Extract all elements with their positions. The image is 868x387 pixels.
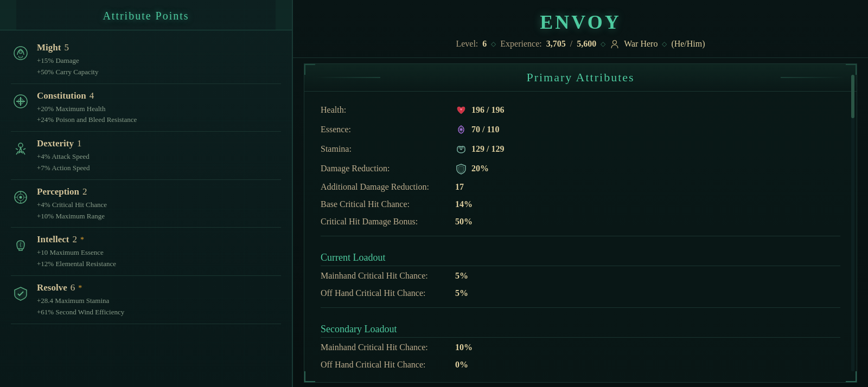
level-label: Level: [456, 39, 478, 49]
current-mainhand-row: Mainhand Critical Hit Chance: 5% [321, 268, 840, 283]
separator-1: ◇ [491, 40, 496, 48]
current-offhand-label: Off Hand Critical Hit Chance: [321, 288, 451, 298]
attribute-perception[interactable]: Perception 2 +4% Critical Hit Chance +10… [11, 180, 281, 228]
health-row: Health: 196 / 196 [321, 101, 840, 119]
attribute-constitution[interactable]: Constitution 4 +20% Maximum Health +24% … [11, 84, 281, 132]
additional-damage-reduction-label: Additional Damage Reduction: [321, 182, 451, 192]
current-mainhand-label: Mainhand Critical Hit Chance: [321, 271, 451, 281]
perception-content: Perception 2 +4% Critical Hit Chance +10… [37, 186, 281, 222]
stats-grid: Health: 196 / 196 Essence: [304, 92, 857, 382]
perception-name: Perception 2 [37, 186, 281, 197]
stamina-icon [455, 143, 467, 155]
essence-row: Essence: 70 / 110 [321, 121, 840, 138]
base-crit-label: Base Critical Hit Chance: [321, 199, 451, 209]
current-offhand-value: 5% [455, 288, 468, 298]
damage-reduction-label: Damage Reduction: [321, 164, 451, 173]
primary-attributes-box: Primary Attributes Health: 196 / 196 Ess… [304, 63, 857, 383]
perception-icon [11, 188, 30, 207]
essence-label: Essence: [321, 125, 451, 134]
health-label: Health: [321, 105, 451, 115]
svg-point-8 [20, 196, 22, 198]
resolve-name: Resolve 6 * [37, 282, 281, 293]
svg-point-9 [613, 41, 617, 44]
might-bonuses: +15% Damage +50% Carry Capacity [37, 55, 281, 78]
current-offhand-row: Off Hand Critical Hit Chance: 5% [321, 286, 840, 301]
health-icon [455, 104, 467, 116]
panel-title: Attribute Points [11, 10, 281, 22]
additional-damage-reduction-value: 17 [455, 182, 464, 192]
secondary-offhand-row: Off Hand Critical Hit Chance: 0% [321, 357, 840, 372]
current-loadout-header: Current Loadout [321, 249, 840, 266]
resolve-bonuses: +28.4 Maximum Stamina +61% Second Wind E… [37, 295, 281, 318]
separator-2: ◇ [601, 40, 605, 48]
character-header: ENVOY Level: 6 ◇ Experience: 3,705 / 5,6… [293, 0, 868, 58]
primary-attributes-title: Primary Attributes [304, 64, 857, 92]
background-value: War Hero [624, 39, 658, 49]
right-panel: ENVOY Level: 6 ◇ Experience: 3,705 / 5,6… [293, 0, 868, 387]
constitution-content: Constitution 4 +20% Maximum Health +24% … [37, 91, 281, 126]
dexterity-icon [11, 139, 30, 159]
intellect-bonuses: +10 Maximum Essence +12% Elemental Resis… [37, 247, 281, 270]
attribute-dexterity[interactable]: Dexterity 1 +4% Attack Speed +7% Action … [11, 132, 281, 180]
exp-max: 5,600 [577, 39, 596, 49]
intellect-icon [11, 235, 30, 255]
constitution-bonuses: +20% Maximum Health +24% Poison and Blee… [37, 104, 281, 126]
corner-br [846, 371, 857, 382]
svg-point-4 [20, 100, 22, 102]
stamina-row: Stamina: 129 / 129 [321, 140, 840, 158]
attributes-list: Might 5 +15% Damage +50% Carry Capacity [0, 30, 292, 330]
damage-reduction-value: 20% [471, 164, 489, 173]
svg-point-1 [19, 50, 22, 54]
base-crit-value: 14% [455, 199, 473, 209]
left-panel: Attribute Points Might 5 +15% Damage [0, 0, 293, 387]
scrollbar-track[interactable] [851, 75, 854, 371]
exp-current: 3,705 [546, 39, 566, 49]
crit-damage-value: 50% [455, 217, 473, 227]
separator-3: ◇ [662, 40, 667, 48]
secondary-mainhand-row: Mainhand Critical Hit Chance: 10% [321, 340, 840, 355]
attribute-resolve[interactable]: Resolve 6 * +28.4 Maximum Stamina +61% S… [11, 276, 281, 324]
secondary-mainhand-label: Mainhand Critical Hit Chance: [321, 343, 451, 352]
pronouns-value: (He/Him) [671, 39, 705, 49]
secondary-offhand-label: Off Hand Critical Hit Chance: [321, 360, 451, 370]
attribute-intellect[interactable]: Intellect 2 * +10 Maximum Essence +12% E… [11, 228, 281, 276]
essence-value: 70 / 110 [471, 125, 500, 134]
secondary-offhand-value: 0% [455, 360, 468, 370]
resolve-icon [11, 283, 30, 303]
divider-2 [321, 307, 840, 308]
stamina-value: 129 / 129 [471, 144, 504, 154]
might-name: Might 5 [37, 42, 281, 53]
divider-1 [321, 236, 840, 236]
secondary-mainhand-value: 10% [455, 343, 473, 352]
shield-icon [455, 163, 467, 175]
constitution-name: Constitution 4 [37, 91, 281, 101]
background-icon [610, 39, 620, 49]
dexterity-name: Dexterity 1 [37, 138, 281, 149]
intellect-name: Intellect 2 * [37, 234, 281, 245]
might-icon [11, 43, 30, 63]
resolve-content: Resolve 6 * +28.4 Maximum Stamina +61% S… [37, 282, 281, 318]
crit-damage-label: Critical Hit Damage Bonus: [321, 217, 451, 227]
crit-damage-row: Critical Hit Damage Bonus: 50% [321, 214, 840, 229]
attribute-might[interactable]: Might 5 +15% Damage +50% Carry Capacity [11, 36, 281, 84]
panel-header: Attribute Points [0, 0, 292, 30]
current-mainhand-value: 5% [455, 271, 468, 281]
secondary-loadout-header: Secondary Loadout [321, 321, 840, 338]
dexterity-content: Dexterity 1 +4% Attack Speed +7% Action … [37, 138, 281, 174]
perception-bonuses: +4% Critical Hit Chance +10% Maximum Ran… [37, 199, 281, 222]
additional-damage-reduction-row: Additional Damage Reduction: 17 [321, 179, 840, 195]
character-meta: Level: 6 ◇ Experience: 3,705 / 5,600 ◇ W… [315, 39, 846, 49]
character-name: ENVOY [315, 11, 846, 34]
damage-reduction-row: Damage Reduction: 20% [321, 160, 840, 177]
base-crit-row: Base Critical Hit Chance: 14% [321, 197, 840, 212]
corner-bl [304, 371, 315, 382]
exp-label: Experience: [500, 39, 541, 49]
constitution-icon [11, 92, 30, 111]
might-content: Might 5 +15% Damage +50% Carry Capacity [37, 42, 281, 78]
dexterity-bonuses: +4% Attack Speed +7% Action Speed [37, 151, 281, 174]
health-value: 196 / 196 [471, 105, 504, 115]
essence-icon [455, 124, 467, 136]
stamina-label: Stamina: [321, 144, 451, 154]
scrollbar-thumb[interactable] [851, 75, 854, 118]
intellect-content: Intellect 2 * +10 Maximum Essence +12% E… [37, 234, 281, 270]
